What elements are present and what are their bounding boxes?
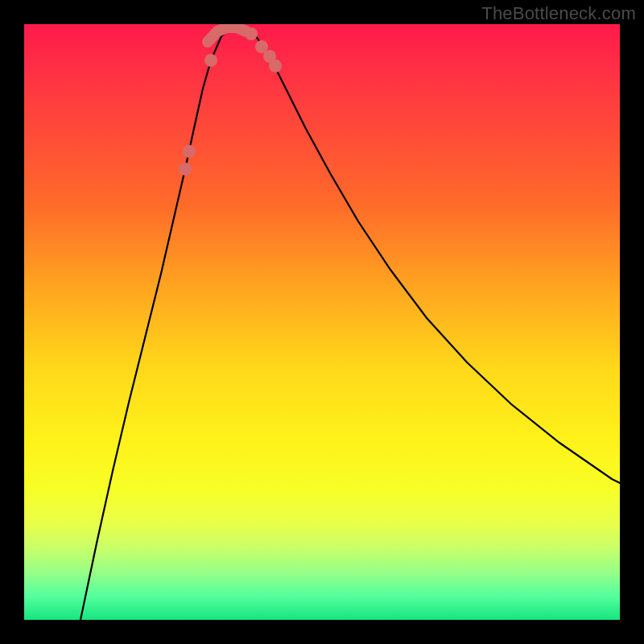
curve-svg [24, 24, 620, 620]
chart-frame: TheBottleneck.com [0, 0, 644, 644]
highlight-dot [183, 145, 196, 158]
highlight-dot [245, 27, 258, 40]
highlight-segment [208, 27, 246, 42]
plot-area [24, 24, 620, 620]
highlight-dot [269, 60, 282, 72]
bottleneck-curve [80, 28, 620, 620]
highlight-dots [179, 27, 282, 175]
highlight-dot [179, 163, 192, 175]
highlight-dot [204, 54, 217, 67]
watermark-text: TheBottleneck.com [481, 3, 636, 24]
